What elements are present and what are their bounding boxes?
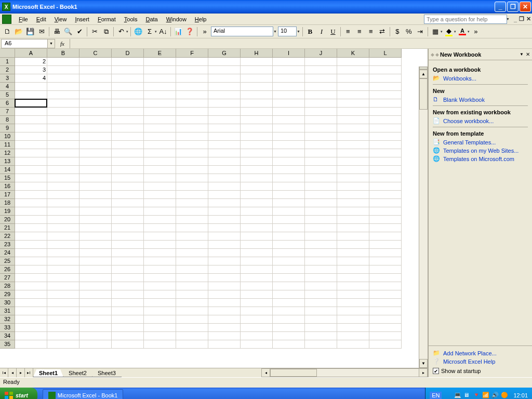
cell[interactable] [112,224,144,232]
cell[interactable] [112,66,144,74]
cell[interactable] [144,66,176,74]
cell[interactable] [369,265,402,274]
column-header[interactable]: L [369,49,402,58]
cell[interactable] [241,224,273,232]
cell[interactable] [47,207,79,216]
cell[interactable] [79,232,112,241]
cell[interactable] [47,249,79,257]
cell[interactable] [337,174,369,182]
cell[interactable] [241,216,273,224]
cell[interactable] [79,66,112,74]
currency-icon[interactable]: $ [392,26,403,37]
cell[interactable] [112,324,144,332]
tray-icon[interactable]: 📶 [482,392,489,399]
cell[interactable] [47,282,79,290]
cell[interactable] [79,340,112,349]
cell[interactable] [241,199,273,207]
scroll-down-icon[interactable]: ▼ [419,359,428,368]
cell[interactable] [79,108,112,116]
cell[interactable] [208,66,241,74]
row-header[interactable]: 20 [0,216,15,224]
dropdown-icon[interactable]: ▾ [468,30,470,34]
cell[interactable] [273,141,305,149]
cell[interactable] [112,216,144,224]
column-header[interactable]: B [47,49,79,58]
cell[interactable] [112,174,144,182]
cell[interactable] [15,91,47,99]
cell[interactable] [273,157,305,166]
cell[interactable] [241,182,273,191]
column-header[interactable]: D [112,49,144,58]
cell[interactable] [241,74,273,83]
cell[interactable] [112,299,144,307]
cell[interactable] [15,157,47,166]
cell[interactable] [273,299,305,307]
cell[interactable] [337,274,369,282]
dropdown-icon[interactable]: ▾ [126,30,128,34]
cell[interactable] [47,99,79,108]
cell[interactable] [305,83,337,91]
cell[interactable] [15,249,47,257]
cell[interactable] [112,182,144,191]
cell[interactable] [273,274,305,282]
font-size-combo[interactable]: 10 [278,26,297,36]
cell[interactable] [47,182,79,191]
dropdown-icon[interactable]: ▾ [155,30,157,34]
cell[interactable] [112,249,144,257]
tray-icon[interactable]: 🟠 [501,392,508,399]
cell[interactable] [15,307,47,315]
cell[interactable] [337,108,369,116]
cell[interactable] [112,191,144,199]
cell[interactable] [369,241,402,249]
cell[interactable] [79,199,112,207]
cell[interactable] [273,66,305,74]
row-header[interactable]: 31 [0,307,15,315]
cell[interactable] [273,83,305,91]
tab-next-icon[interactable]: ▸ [17,368,25,377]
cell[interactable] [241,257,273,265]
row-header[interactable]: 9 [0,124,15,132]
cell[interactable] [79,132,112,141]
cell[interactable] [112,91,144,99]
cell[interactable] [79,324,112,332]
cell[interactable] [208,83,241,91]
cell[interactable] [369,116,402,124]
cell[interactable] [112,108,144,116]
cell[interactable] [176,66,208,74]
cell[interactable] [112,116,144,124]
cell[interactable] [112,265,144,274]
cell[interactable] [337,282,369,290]
sort-asc-icon[interactable]: A↓ [158,26,168,37]
cell[interactable] [176,324,208,332]
copy-icon[interactable]: ⧉ [101,26,111,37]
cell[interactable] [47,116,79,124]
cell[interactable] [273,99,305,108]
cell[interactable] [337,290,369,299]
cell[interactable] [79,257,112,265]
cell[interactable] [241,207,273,216]
cell[interactable] [208,340,241,349]
save-icon[interactable]: 💾 [25,26,35,37]
cell[interactable] [241,116,273,124]
cell[interactable] [273,290,305,299]
cell[interactable] [369,99,402,108]
cell[interactable] [144,307,176,315]
cell[interactable] [79,191,112,199]
percent-icon[interactable]: % [404,26,414,37]
cell[interactable] [79,315,112,324]
cell[interactable] [305,224,337,232]
help-search-input[interactable] [424,15,507,24]
cell[interactable] [369,332,402,340]
menu-help[interactable]: Help [191,15,211,23]
blank-workbook-link[interactable]: 🗋Blank Workbook [433,96,528,104]
column-header[interactable]: G [208,49,241,58]
cell[interactable] [337,83,369,91]
align-left-icon[interactable]: ≡ [343,26,353,37]
cell[interactable] [305,149,337,157]
cell[interactable] [15,149,47,157]
cell[interactable] [15,207,47,216]
cell[interactable] [15,182,47,191]
cell[interactable] [273,58,305,66]
cell[interactable] [305,207,337,216]
cell[interactable] [241,307,273,315]
